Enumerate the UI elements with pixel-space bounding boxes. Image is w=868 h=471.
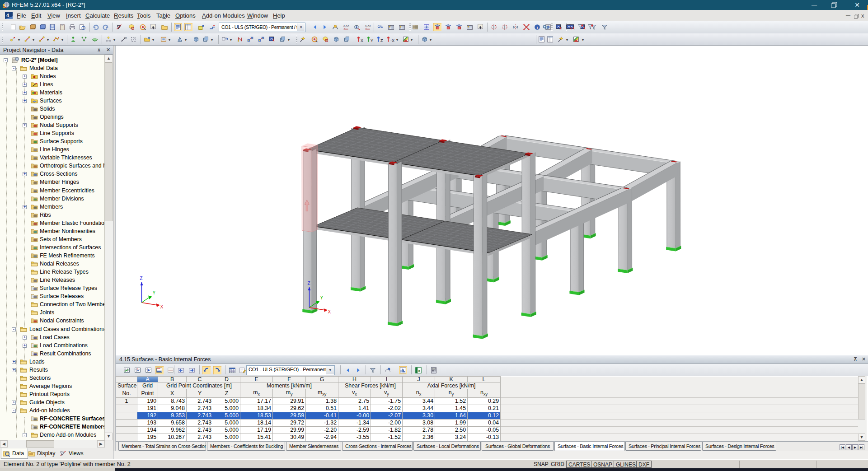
svg-text:XX: XX <box>124 37 127 39</box>
svg-text:X: X <box>361 38 363 43</box>
svg-text:i: i <box>537 25 538 30</box>
svg-text:Z: Z <box>140 276 143 281</box>
svg-text:Z: Z <box>380 38 383 43</box>
svg-text:X: X <box>160 304 164 309</box>
svg-text:X: X <box>418 369 421 373</box>
svg-text:5: 5 <box>3 4 5 9</box>
svg-text:i: i <box>389 368 389 371</box>
svg-text:Y: Y <box>320 295 324 300</box>
svg-text:4: 4 <box>6 13 9 18</box>
svg-text:Y: Y <box>153 290 156 295</box>
svg-text:Y: Y <box>371 38 373 43</box>
svg-text:X.XX: X.XX <box>365 24 371 27</box>
svg-text:X: X <box>328 309 331 314</box>
svg-text:-X: -X <box>390 38 394 43</box>
svg-text:Z: Z <box>308 281 310 286</box>
svg-text:X.XX: X.XX <box>343 24 349 27</box>
